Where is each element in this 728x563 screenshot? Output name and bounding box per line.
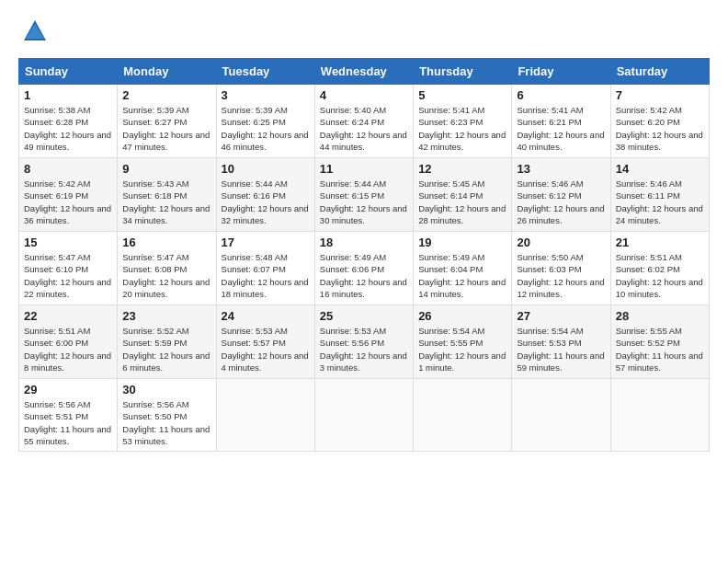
day-number: 2 (122, 88, 210, 102)
calendar-cell (512, 379, 610, 452)
day-info: Sunrise: 5:44 AMSunset: 6:16 PMDaylight:… (222, 178, 310, 226)
calendar-cell: 19Sunrise: 5:49 AMSunset: 6:04 PMDayligh… (414, 232, 512, 305)
calendar-cell: 10Sunrise: 5:44 AMSunset: 6:16 PMDayligh… (216, 158, 314, 232)
day-info: Sunrise: 5:54 AMSunset: 5:55 PMDaylight:… (418, 325, 506, 373)
day-info: Sunrise: 5:51 AMSunset: 6:00 PMDaylight:… (24, 325, 112, 373)
day-info: Sunrise: 5:54 AMSunset: 5:53 PMDaylight:… (517, 325, 605, 373)
calendar-cell: 27Sunrise: 5:54 AMSunset: 5:53 PMDayligh… (512, 305, 610, 379)
day-info: Sunrise: 5:48 AMSunset: 6:07 PMDaylight:… (222, 251, 310, 300)
calendar-cell: 14Sunrise: 5:46 AMSunset: 6:11 PMDayligh… (610, 158, 709, 232)
weekday-header-monday: Monday (118, 59, 216, 85)
day-number: 21 (616, 236, 704, 249)
weekday-header-friday: Friday (512, 59, 610, 85)
weekday-header-wednesday: Wednesday (314, 59, 413, 85)
calendar-cell (610, 379, 709, 452)
calendar-cell: 25Sunrise: 5:53 AMSunset: 5:56 PMDayligh… (314, 305, 413, 379)
day-info: Sunrise: 5:52 AMSunset: 5:59 PMDaylight:… (122, 325, 210, 373)
calendar-cell: 7Sunrise: 5:42 AMSunset: 6:20 PMDaylight… (610, 85, 709, 158)
day-number: 29 (24, 383, 112, 396)
calendar-week-3: 15Sunrise: 5:47 AMSunset: 6:10 PMDayligh… (19, 232, 710, 305)
calendar-cell: 2Sunrise: 5:39 AMSunset: 6:27 PMDaylight… (118, 85, 216, 158)
day-number: 9 (122, 162, 210, 176)
svg-marker-1 (26, 24, 44, 39)
day-info: Sunrise: 5:43 AMSunset: 6:18 PMDaylight:… (122, 178, 210, 226)
calendar-week-4: 22Sunrise: 5:51 AMSunset: 6:00 PMDayligh… (19, 305, 710, 379)
day-info: Sunrise: 5:55 AMSunset: 5:52 PMDaylight:… (616, 325, 704, 373)
day-info: Sunrise: 5:39 AMSunset: 6:27 PMDaylight:… (122, 104, 210, 153)
day-info: Sunrise: 5:53 AMSunset: 5:56 PMDaylight:… (320, 325, 408, 373)
calendar-cell: 6Sunrise: 5:41 AMSunset: 6:21 PMDaylight… (512, 85, 610, 158)
day-info: Sunrise: 5:47 AMSunset: 6:08 PMDaylight:… (122, 251, 210, 300)
day-number: 3 (222, 88, 310, 102)
weekday-header-row: SundayMondayTuesdayWednesdayThursdayFrid… (19, 59, 710, 85)
day-number: 22 (24, 309, 112, 323)
calendar-cell: 3Sunrise: 5:39 AMSunset: 6:25 PMDaylight… (216, 85, 314, 158)
calendar-cell (216, 379, 314, 452)
day-number: 30 (122, 383, 210, 396)
day-number: 12 (418, 162, 506, 176)
calendar-cell: 1Sunrise: 5:38 AMSunset: 6:28 PMDaylight… (19, 85, 118, 158)
day-info: Sunrise: 5:42 AMSunset: 6:20 PMDaylight:… (616, 104, 704, 153)
day-number: 15 (24, 236, 112, 249)
weekday-header-saturday: Saturday (610, 59, 709, 85)
calendar-cell: 18Sunrise: 5:49 AMSunset: 6:06 PMDayligh… (314, 232, 413, 305)
day-number: 1 (24, 88, 112, 102)
calendar-cell: 5Sunrise: 5:41 AMSunset: 6:23 PMDaylight… (414, 85, 512, 158)
calendar-cell: 17Sunrise: 5:48 AMSunset: 6:07 PMDayligh… (216, 232, 314, 305)
calendar-cell: 20Sunrise: 5:50 AMSunset: 6:03 PMDayligh… (512, 232, 610, 305)
page-header (18, 18, 710, 44)
calendar-cell: 22Sunrise: 5:51 AMSunset: 6:00 PMDayligh… (19, 305, 118, 379)
calendar-cell: 9Sunrise: 5:43 AMSunset: 6:18 PMDaylight… (118, 158, 216, 232)
day-info: Sunrise: 5:41 AMSunset: 6:21 PMDaylight:… (517, 104, 605, 153)
day-info: Sunrise: 5:51 AMSunset: 6:02 PMDaylight:… (616, 251, 704, 300)
day-info: Sunrise: 5:46 AMSunset: 6:11 PMDaylight:… (616, 178, 704, 226)
calendar-cell: 21Sunrise: 5:51 AMSunset: 6:02 PMDayligh… (610, 232, 709, 305)
day-info: Sunrise: 5:40 AMSunset: 6:24 PMDaylight:… (320, 104, 408, 153)
day-number: 24 (222, 309, 310, 323)
day-number: 25 (320, 309, 408, 323)
calendar-cell: 11Sunrise: 5:44 AMSunset: 6:15 PMDayligh… (314, 158, 413, 232)
calendar-cell: 24Sunrise: 5:53 AMSunset: 5:57 PMDayligh… (216, 305, 314, 379)
day-number: 7 (616, 88, 704, 102)
day-info: Sunrise: 5:56 AMSunset: 5:51 PMDaylight:… (24, 398, 112, 447)
day-info: Sunrise: 5:50 AMSunset: 6:03 PMDaylight:… (517, 251, 605, 300)
day-number: 14 (616, 162, 704, 176)
calendar-cell: 26Sunrise: 5:54 AMSunset: 5:55 PMDayligh… (414, 305, 512, 379)
calendar-cell: 28Sunrise: 5:55 AMSunset: 5:52 PMDayligh… (610, 305, 709, 379)
logo-icon (22, 18, 48, 44)
calendar-week-1: 1Sunrise: 5:38 AMSunset: 6:28 PMDaylight… (19, 85, 710, 158)
day-number: 10 (222, 162, 310, 176)
day-number: 26 (418, 309, 506, 323)
day-number: 5 (418, 88, 506, 102)
day-info: Sunrise: 5:49 AMSunset: 6:06 PMDaylight:… (320, 251, 408, 300)
day-number: 13 (517, 162, 605, 176)
day-info: Sunrise: 5:42 AMSunset: 6:19 PMDaylight:… (24, 178, 112, 226)
day-info: Sunrise: 5:53 AMSunset: 5:57 PMDaylight:… (222, 325, 310, 373)
day-info: Sunrise: 5:44 AMSunset: 6:15 PMDaylight:… (320, 178, 408, 226)
day-number: 27 (517, 309, 605, 323)
calendar-cell: 15Sunrise: 5:47 AMSunset: 6:10 PMDayligh… (19, 232, 118, 305)
day-info: Sunrise: 5:38 AMSunset: 6:28 PMDaylight:… (24, 104, 112, 153)
weekday-header-sunday: Sunday (19, 59, 118, 85)
calendar-cell: 8Sunrise: 5:42 AMSunset: 6:19 PMDaylight… (19, 158, 118, 232)
logo (18, 18, 48, 44)
day-number: 4 (320, 88, 408, 102)
day-info: Sunrise: 5:41 AMSunset: 6:23 PMDaylight:… (418, 104, 506, 153)
calendar-body: 1Sunrise: 5:38 AMSunset: 6:28 PMDaylight… (19, 85, 710, 452)
day-info: Sunrise: 5:49 AMSunset: 6:04 PMDaylight:… (418, 251, 506, 300)
calendar-cell: 23Sunrise: 5:52 AMSunset: 5:59 PMDayligh… (118, 305, 216, 379)
calendar-week-5: 29Sunrise: 5:56 AMSunset: 5:51 PMDayligh… (19, 379, 710, 452)
day-number: 16 (122, 236, 210, 249)
weekday-header-tuesday: Tuesday (216, 59, 314, 85)
day-number: 11 (320, 162, 408, 176)
calendar-cell: 30Sunrise: 5:56 AMSunset: 5:50 PMDayligh… (118, 379, 216, 452)
calendar-cell: 16Sunrise: 5:47 AMSunset: 6:08 PMDayligh… (118, 232, 216, 305)
calendar-cell: 4Sunrise: 5:40 AMSunset: 6:24 PMDaylight… (314, 85, 413, 158)
calendar-cell (314, 379, 413, 452)
calendar-week-2: 8Sunrise: 5:42 AMSunset: 6:19 PMDaylight… (19, 158, 710, 232)
day-info: Sunrise: 5:47 AMSunset: 6:10 PMDaylight:… (24, 251, 112, 300)
day-number: 23 (122, 309, 210, 323)
day-info: Sunrise: 5:45 AMSunset: 6:14 PMDaylight:… (418, 178, 506, 226)
calendar-cell: 13Sunrise: 5:46 AMSunset: 6:12 PMDayligh… (512, 158, 610, 232)
day-number: 8 (24, 162, 112, 176)
